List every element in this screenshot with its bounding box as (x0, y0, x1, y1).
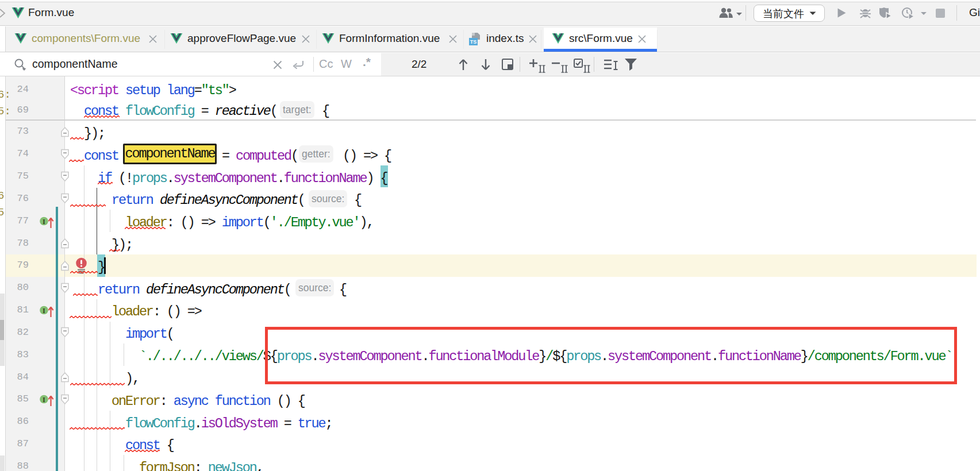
svg-text:I: I (43, 307, 45, 315)
svg-text:I: I (43, 217, 45, 225)
svg-text:I: I (43, 396, 45, 404)
svg-text:TS: TS (470, 39, 477, 45)
